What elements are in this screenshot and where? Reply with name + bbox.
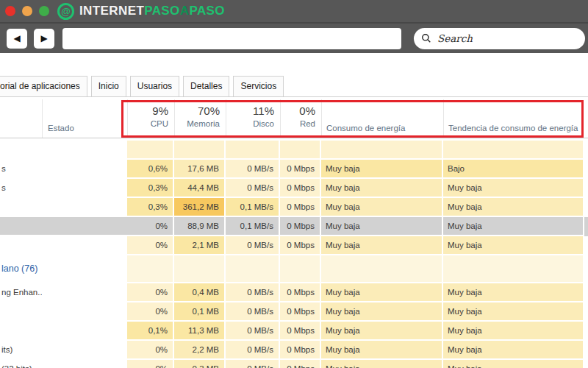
screenshot-root: @ INTERNETPASOAPASO ◀ ▶ orial de aplicac… <box>0 0 588 368</box>
table-row[interactable]: s0,6%17,6 MB0 MB/s0 MbpsMuy bajaBajo <box>0 160 588 179</box>
power-trend-cell: Muy baja <box>443 283 584 302</box>
cpu-cell: 0,3% <box>127 179 174 198</box>
process-name <box>0 236 42 255</box>
memory-cell <box>174 255 226 283</box>
estado-cell <box>42 360 127 368</box>
memory-cell: 44,4 MB <box>174 179 226 198</box>
network-cell: 0 Mbps <box>280 160 321 179</box>
memory-cell: 0,4 MB <box>174 283 226 302</box>
cpu-cell <box>127 141 174 160</box>
search-input[interactable] <box>436 32 578 45</box>
cpu-cell: 0% <box>127 217 174 236</box>
minimize-window-button[interactable] <box>22 6 32 16</box>
disk-cell: 0 MB/s <box>226 341 280 360</box>
power-trend-cell: Muy baja <box>443 236 584 255</box>
memory-cell: 2,1 MB <box>174 236 226 255</box>
estado-cell <box>42 160 127 179</box>
brand-word-paso1: PASO <box>144 4 180 18</box>
disk-cell: 0 MB/s <box>226 179 280 198</box>
estado-cell <box>42 179 127 198</box>
group-header-row[interactable]: lano (76) <box>0 255 588 283</box>
disk-cell <box>226 141 280 160</box>
back-button[interactable]: ◀ <box>7 29 27 49</box>
power-usage-cell: Muy baja <box>321 198 443 217</box>
power-usage-cell: Muy baja <box>321 341 443 360</box>
process-name <box>0 302 42 322</box>
table-header: Estado 9%CPU70%Memoria11%Disco0%RedConsu… <box>0 97 588 138</box>
brand-word-paso2: PASO <box>189 4 225 18</box>
estado-cell <box>42 302 127 322</box>
cpu-cell: 0,6% <box>127 160 174 179</box>
network-cell <box>280 255 321 283</box>
disk-cell: 0,1 MB/s <box>226 198 280 217</box>
table-row[interactable]: (32 bits)0%0,3 MB0 MB/s0 MbpsMuy bajaMuy… <box>0 360 588 368</box>
process-name <box>0 322 42 341</box>
estado-cell <box>42 198 127 217</box>
network-cell: 0 Mbps <box>280 341 321 360</box>
memory-cell: 88,9 MB <box>174 217 226 236</box>
table-row[interactable]: 0%2,1 MB0 MB/s0 MbpsMuy bajaMuy baja <box>0 236 588 255</box>
power-trend-cell: Muy baja <box>443 322 584 341</box>
cpu-cell: 0% <box>127 302 174 322</box>
network-cell: 0 Mbps <box>280 283 321 302</box>
power-usage-cell: Muy baja <box>321 302 443 322</box>
close-window-button[interactable] <box>5 6 15 16</box>
disk-cell: 0 MB/s <box>226 360 280 368</box>
table-row[interactable]: 0%88,9 MB0,1 MB/s0 MbpsMuy bajaMuy baja <box>0 217 588 236</box>
memory-cell: 0,3 MB <box>174 360 226 368</box>
power-trend-cell: Bajo <box>443 160 584 179</box>
process-name: ng Enhan... <box>0 283 42 302</box>
memory-cell: 0,1 MB <box>174 302 226 322</box>
disk-cell: 0 MB/s <box>226 160 280 179</box>
disk-cell: 0 MB/s <box>226 283 280 302</box>
memory-cell <box>174 141 226 160</box>
disk-cell <box>226 255 280 283</box>
estado-cell <box>42 141 127 160</box>
tab-orial-de-aplicaciones[interactable]: orial de aplicaciones <box>0 76 87 96</box>
process-name <box>0 217 42 236</box>
table-row[interactable]: s0,3%44,4 MB0 MB/s0 MbpsMuy bajaMuy baja <box>0 179 588 198</box>
power-trend-cell: Muy baja <box>443 179 584 198</box>
power-usage-cell: Muy baja <box>321 236 443 255</box>
disk-cell: 0 MB/s <box>226 302 280 322</box>
column-header-estado[interactable]: Estado <box>48 124 74 132</box>
power-trend-cell: Muy baja <box>443 198 584 217</box>
tab-inicio[interactable]: Inicio <box>91 76 126 96</box>
tab-detalles[interactable]: Detalles <box>183 76 229 96</box>
power-usage-cell: Muy baja <box>321 179 443 198</box>
cpu-cell <box>127 255 174 283</box>
power-usage-cell: Muy baja <box>321 283 443 302</box>
search-box[interactable] <box>414 28 585 49</box>
browser-navbar: ◀ ▶ <box>0 22 588 53</box>
table-row[interactable]: 0,3%361,2 MB0,1 MB/s0 MbpsMuy bajaMuy ba… <box>0 198 588 217</box>
estado-cell <box>42 283 127 302</box>
network-cell <box>280 141 321 160</box>
cpu-cell: 0,1% <box>127 322 174 341</box>
table-row[interactable] <box>0 141 588 160</box>
table-row[interactable]: 0%0,1 MB0 MB/s0 MbpsMuy bajaMuy baja <box>0 302 588 322</box>
memory-cell: 17,6 MB <box>174 160 226 179</box>
forward-button[interactable]: ▶ <box>34 29 54 49</box>
network-cell: 0 Mbps <box>280 322 321 341</box>
process-name <box>0 141 42 160</box>
column-divider <box>42 99 43 138</box>
cpu-cell: 0,3% <box>127 198 174 217</box>
disk-cell: 0,1 MB/s <box>226 217 280 236</box>
power-trend-cell <box>443 255 584 283</box>
forward-arrow-icon: ▶ <box>40 33 47 43</box>
address-bar[interactable] <box>62 28 401 49</box>
memory-cell: 11,3 MB <box>174 322 226 341</box>
task-manager-window: orial de aplicacionesInicioUsuariosDetal… <box>0 53 588 368</box>
memory-cell: 361,2 MB <box>174 198 226 217</box>
brand-wordmark: INTERNETPASOAPASO <box>79 4 225 18</box>
tab-servicios[interactable]: Servicios <box>233 76 284 96</box>
table-row[interactable]: 0,1%11,3 MB0 MB/s0 MbpsMuy bajaMuy baja <box>0 322 588 341</box>
disk-cell: 0 MB/s <box>226 322 280 341</box>
table-row[interactable]: its)0%2,2 MB0 MB/s0 MbpsMuy bajaMuy baja <box>0 341 588 360</box>
power-trend-cell: Muy baja <box>443 360 584 368</box>
tab-usuarios[interactable]: Usuarios <box>130 76 179 96</box>
table-row[interactable]: ng Enhan...0%0,4 MB0 MB/s0 MbpsMuy bajaM… <box>0 283 588 302</box>
power-trend-cell: Muy baja <box>443 217 584 236</box>
back-arrow-icon: ◀ <box>13 33 20 43</box>
maximize-window-button[interactable] <box>39 6 49 16</box>
